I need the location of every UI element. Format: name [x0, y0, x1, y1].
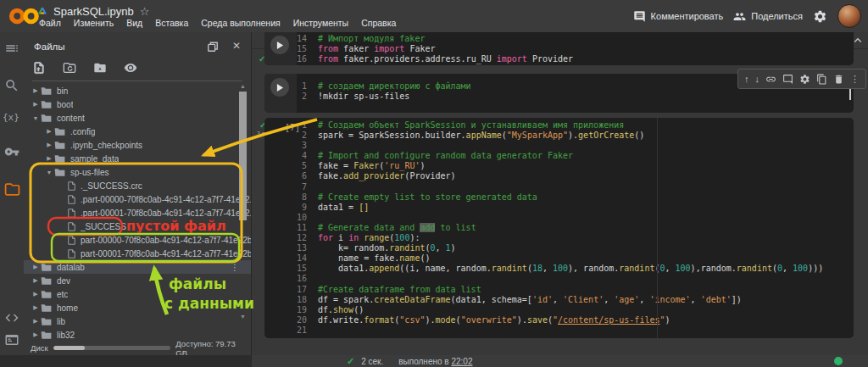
line-number: 20 — [264, 315, 318, 325]
tree-item-label: content — [57, 114, 85, 123]
menu-item[interactable]: Изменить — [74, 18, 114, 31]
tree-row-content[interactable]: ▼content — [24, 111, 251, 125]
tree-row-part-00000-70f8c0ab-4c91-4c12-a7f7-41e22b[interactable]: part-00000-70f8c0ab-4c91-4c12-a7f7-41e22… — [24, 233, 251, 247]
code-text: # Импорт модуля faker — [318, 34, 425, 44]
code-line: 14 name = fake.name() — [264, 253, 854, 264]
tree-item-label: .part-00001-70f8c0ab-4c91-4c12-a7f7-41e2… — [81, 209, 251, 218]
code-cell-1[interactable]: 14# Импорт модуля faker15from faker impo… — [264, 32, 854, 65]
caret-icon[interactable]: ▶ — [31, 291, 41, 297]
tree-row-dev[interactable]: ▶dev — [24, 274, 251, 287]
collapse-header-chevron-icon[interactable] — [853, 36, 863, 46]
copy-link-icon[interactable] — [765, 74, 776, 85]
code-snippets-icon[interactable] — [4, 310, 19, 325]
connected-indicator-dot[interactable] — [834, 357, 843, 365]
caret-icon[interactable]: ▶ — [44, 128, 54, 135]
settings-gear-icon[interactable] — [813, 9, 827, 24]
code-line: 12for i in range(100): — [264, 233, 854, 243]
tree-row-part-00000-70f8c0ab-4c91-4c12-a7f7-41e22[interactable]: .part-00000-70f8c0ab-4c91-4c12-a7f7-41e2… — [24, 192, 251, 206]
tree-row-_successcrc[interactable]: ._SUCCESS.crc — [24, 179, 251, 192]
star-icon[interactable]: ☆ — [140, 5, 150, 18]
row-more-icon[interactable]: ⋮ — [231, 263, 239, 272]
mount-drive-icon[interactable] — [93, 61, 107, 75]
colab-logo-icon[interactable] — [8, 6, 41, 26]
tree-row-part-00001-70f8c0ab-4c91-4c12-a7f7-41e22b[interactable]: part-00001-70f8c0ab-4c91-4c12-a7f7-41e22… — [24, 247, 251, 260]
tree-row-etc[interactable]: ▶etc — [24, 287, 251, 301]
file-icon — [68, 236, 75, 245]
search-icon[interactable] — [4, 78, 19, 93]
comment-button[interactable]: Комментировать — [633, 10, 724, 23]
tree-row-home[interactable]: ▶home — [24, 301, 251, 314]
caret-icon[interactable]: ▶ — [31, 331, 41, 338]
caret-icon[interactable]: ▶ — [31, 304, 41, 311]
tree-item-label: home — [57, 303, 78, 313]
menu-item[interactable]: Вид — [126, 18, 142, 31]
share-button[interactable]: Поделиться — [733, 10, 803, 23]
scroll-up-arrow-icon[interactable]: ▲ — [240, 83, 246, 89]
tree-row-sample_data[interactable]: ▶sample_data — [24, 152, 251, 165]
table-of-contents-icon[interactable] — [4, 41, 19, 56]
tree-row-_success[interactable]: _SUCCESS — [24, 220, 251, 233]
tree-row-ipynb_checkpoints[interactable]: ▶.ipynb_checkpoints — [24, 138, 251, 152]
refresh-folder-icon[interactable] — [63, 61, 76, 75]
tree-item-label: part-00000-70f8c0ab-4c91-4c12-a7f7-41e22… — [81, 236, 251, 245]
caret-icon[interactable]: ▶ — [31, 277, 41, 284]
menu-item[interactable]: Инструменты — [293, 18, 348, 31]
code-line: 20df.write.format("csv").mode("overwrite… — [264, 315, 854, 325]
folder-icon — [54, 168, 65, 177]
close-panel-icon[interactable]: ✕ — [232, 40, 241, 52]
popout-panel-icon[interactable] — [207, 41, 219, 53]
tree-row-part-00001-70f8c0ab-4c91-4c12-a7f7-41e22[interactable]: .part-00001-70f8c0ab-4c91-4c12-a7f7-41e2… — [24, 206, 251, 220]
line-number: 8 — [264, 192, 318, 203]
variables-icon[interactable]: {x} — [3, 112, 19, 123]
tree-row-bin[interactable]: ▶bin — [24, 84, 251, 97]
caret-icon[interactable]: ▼ — [44, 170, 54, 175]
comment-cell-icon[interactable] — [782, 74, 793, 85]
notebook-title[interactable]: SparkSQL.ipynb — [53, 5, 134, 18]
folder-icon — [41, 100, 52, 109]
tree-row-config[interactable]: ▶.config — [24, 125, 251, 138]
upload-file-icon[interactable] — [32, 61, 46, 75]
caret-icon[interactable]: ▶ — [31, 264, 41, 270]
tree-row-boot[interactable]: ▶boot — [24, 97, 251, 111]
caret-icon[interactable]: ▶ — [31, 87, 41, 94]
code-line: 6fake.add_provider(Provider) — [264, 171, 854, 181]
code-cell-3[interactable]: [7] 1# Создаем объект SparkSession и уст… — [264, 118, 854, 338]
share-people-icon — [733, 10, 746, 23]
caret-icon[interactable]: ▶ — [31, 101, 41, 108]
tree-item-label: datalab — [57, 263, 85, 272]
line-number: 2 — [264, 131, 318, 141]
files-folder-icon[interactable] — [4, 181, 20, 197]
editor-ruler — [657, 118, 658, 338]
tree-row-sp-us-files[interactable]: ▼sp-us-files — [24, 165, 251, 179]
caret-icon[interactable]: ▼ — [31, 115, 41, 121]
move-cell-down-icon[interactable]: ↓ — [755, 74, 760, 85]
folder-icon — [41, 290, 52, 299]
terminal-icon[interactable] — [4, 332, 19, 348]
scrollbar-thumb[interactable] — [239, 92, 247, 220]
caret-icon[interactable]: ▶ — [44, 155, 54, 162]
file-tree: ▶bin▶boot▼content▶.config▶.ipynb_checkpo… — [24, 84, 251, 341]
menu-item[interactable]: Среда выполнения — [201, 18, 280, 31]
caret-icon[interactable]: ▶ — [44, 142, 54, 148]
caret-icon[interactable]: ▶ — [31, 318, 41, 325]
toggle-hidden-files-eye-icon[interactable] — [124, 61, 137, 75]
user-avatar[interactable] — [837, 4, 861, 28]
tree-row-lib[interactable]: ▶lib — [24, 314, 251, 328]
delete-cell-icon[interactable] — [833, 74, 844, 85]
tree-item-label: .ipynb_checkpoints — [70, 141, 142, 150]
execution-status-bar: ✓ 2 сек. выполнено в 22:02 — [252, 355, 868, 367]
menu-item[interactable]: Справка — [361, 18, 396, 31]
scroll-down-arrow-icon[interactable]: ▼ — [240, 314, 246, 320]
code-line: 7 — [264, 182, 854, 192]
notebook-area: + Код + Текст ✓ ОЗУ Диск ▾ ✓ — [252, 32, 868, 367]
tree-row-datalab[interactable]: ▶datalab⋮ — [24, 260, 251, 274]
secrets-key-icon[interactable] — [4, 144, 19, 159]
line-number: 9 — [264, 203, 318, 213]
folder-icon — [54, 141, 65, 150]
mirror-cell-icon[interactable] — [816, 74, 827, 85]
move-cell-up-icon[interactable]: ↑ — [744, 74, 749, 85]
menu-item[interactable]: Вставка — [155, 18, 188, 31]
more-actions-icon[interactable]: ⋮ — [850, 74, 860, 85]
editor-settings-gear-icon[interactable] — [799, 74, 810, 85]
menu-item[interactable]: Файл — [39, 18, 61, 31]
